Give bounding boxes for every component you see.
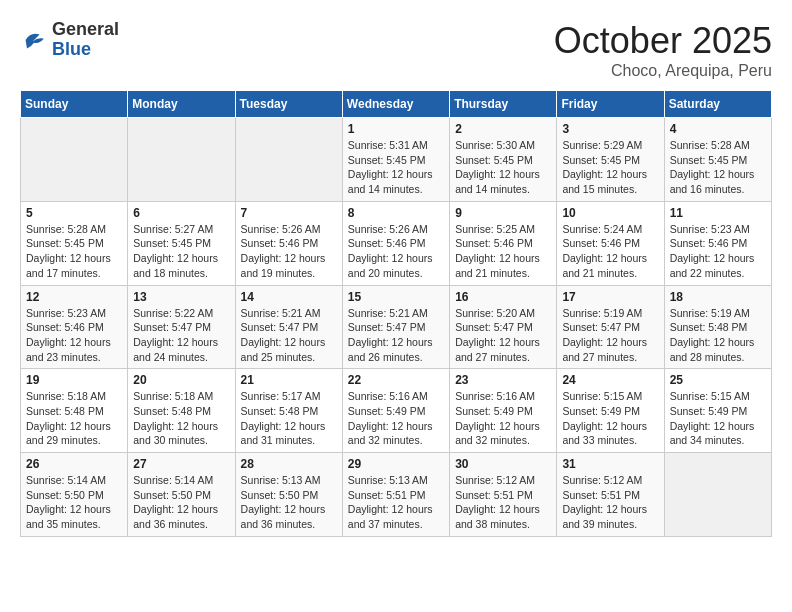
day-info: Sunrise: 5:28 AM Sunset: 5:45 PM Dayligh… (670, 138, 766, 197)
day-info: Sunrise: 5:22 AM Sunset: 5:47 PM Dayligh… (133, 306, 229, 365)
day-info: Sunrise: 5:21 AM Sunset: 5:47 PM Dayligh… (241, 306, 337, 365)
day-info: Sunrise: 5:24 AM Sunset: 5:46 PM Dayligh… (562, 222, 658, 281)
logo-blue: Blue (52, 40, 119, 60)
calendar-cell: 16Sunrise: 5:20 AM Sunset: 5:47 PM Dayli… (450, 285, 557, 369)
calendar-cell: 24Sunrise: 5:15 AM Sunset: 5:49 PM Dayli… (557, 369, 664, 453)
day-number: 7 (241, 206, 337, 220)
calendar-cell: 9Sunrise: 5:25 AM Sunset: 5:46 PM Daylig… (450, 201, 557, 285)
logo: General Blue (20, 20, 119, 60)
day-number: 26 (26, 457, 122, 471)
weekday-header: Sunday (21, 91, 128, 118)
weekday-header-row: SundayMondayTuesdayWednesdayThursdayFrid… (21, 91, 772, 118)
day-number: 6 (133, 206, 229, 220)
day-info: Sunrise: 5:17 AM Sunset: 5:48 PM Dayligh… (241, 389, 337, 448)
day-number: 1 (348, 122, 444, 136)
calendar-cell: 23Sunrise: 5:16 AM Sunset: 5:49 PM Dayli… (450, 369, 557, 453)
day-number: 17 (562, 290, 658, 304)
calendar-week-row: 19Sunrise: 5:18 AM Sunset: 5:48 PM Dayli… (21, 369, 772, 453)
day-info: Sunrise: 5:12 AM Sunset: 5:51 PM Dayligh… (455, 473, 551, 532)
day-info: Sunrise: 5:21 AM Sunset: 5:47 PM Dayligh… (348, 306, 444, 365)
day-info: Sunrise: 5:13 AM Sunset: 5:50 PM Dayligh… (241, 473, 337, 532)
day-number: 16 (455, 290, 551, 304)
weekday-header: Thursday (450, 91, 557, 118)
day-number: 13 (133, 290, 229, 304)
calendar-cell: 4Sunrise: 5:28 AM Sunset: 5:45 PM Daylig… (664, 118, 771, 202)
calendar-cell: 22Sunrise: 5:16 AM Sunset: 5:49 PM Dayli… (342, 369, 449, 453)
day-info: Sunrise: 5:26 AM Sunset: 5:46 PM Dayligh… (241, 222, 337, 281)
day-number: 12 (26, 290, 122, 304)
logo-bird-icon (20, 26, 48, 54)
day-info: Sunrise: 5:29 AM Sunset: 5:45 PM Dayligh… (562, 138, 658, 197)
day-info: Sunrise: 5:19 AM Sunset: 5:47 PM Dayligh… (562, 306, 658, 365)
weekday-header: Wednesday (342, 91, 449, 118)
calendar-cell: 19Sunrise: 5:18 AM Sunset: 5:48 PM Dayli… (21, 369, 128, 453)
day-number: 22 (348, 373, 444, 387)
day-info: Sunrise: 5:16 AM Sunset: 5:49 PM Dayligh… (348, 389, 444, 448)
day-number: 11 (670, 206, 766, 220)
calendar-cell: 1Sunrise: 5:31 AM Sunset: 5:45 PM Daylig… (342, 118, 449, 202)
logo-text: General Blue (52, 20, 119, 60)
calendar-cell: 15Sunrise: 5:21 AM Sunset: 5:47 PM Dayli… (342, 285, 449, 369)
calendar-week-row: 5Sunrise: 5:28 AM Sunset: 5:45 PM Daylig… (21, 201, 772, 285)
calendar-cell: 6Sunrise: 5:27 AM Sunset: 5:45 PM Daylig… (128, 201, 235, 285)
day-number: 19 (26, 373, 122, 387)
day-number: 9 (455, 206, 551, 220)
calendar-cell: 20Sunrise: 5:18 AM Sunset: 5:48 PM Dayli… (128, 369, 235, 453)
weekday-header: Saturday (664, 91, 771, 118)
logo-general: General (52, 20, 119, 40)
day-info: Sunrise: 5:13 AM Sunset: 5:51 PM Dayligh… (348, 473, 444, 532)
calendar-cell: 27Sunrise: 5:14 AM Sunset: 5:50 PM Dayli… (128, 453, 235, 537)
day-info: Sunrise: 5:18 AM Sunset: 5:48 PM Dayligh… (26, 389, 122, 448)
title-block: October 2025 Choco, Arequipa, Peru (554, 20, 772, 80)
day-info: Sunrise: 5:27 AM Sunset: 5:45 PM Dayligh… (133, 222, 229, 281)
day-number: 28 (241, 457, 337, 471)
day-info: Sunrise: 5:23 AM Sunset: 5:46 PM Dayligh… (26, 306, 122, 365)
day-number: 4 (670, 122, 766, 136)
day-info: Sunrise: 5:25 AM Sunset: 5:46 PM Dayligh… (455, 222, 551, 281)
calendar-cell: 26Sunrise: 5:14 AM Sunset: 5:50 PM Dayli… (21, 453, 128, 537)
calendar-cell: 13Sunrise: 5:22 AM Sunset: 5:47 PM Dayli… (128, 285, 235, 369)
day-number: 5 (26, 206, 122, 220)
day-info: Sunrise: 5:28 AM Sunset: 5:45 PM Dayligh… (26, 222, 122, 281)
calendar-cell (21, 118, 128, 202)
day-number: 20 (133, 373, 229, 387)
calendar-title: October 2025 (554, 20, 772, 62)
day-number: 24 (562, 373, 658, 387)
calendar-cell: 18Sunrise: 5:19 AM Sunset: 5:48 PM Dayli… (664, 285, 771, 369)
day-info: Sunrise: 5:31 AM Sunset: 5:45 PM Dayligh… (348, 138, 444, 197)
day-number: 2 (455, 122, 551, 136)
calendar-week-row: 26Sunrise: 5:14 AM Sunset: 5:50 PM Dayli… (21, 453, 772, 537)
calendar-cell: 12Sunrise: 5:23 AM Sunset: 5:46 PM Dayli… (21, 285, 128, 369)
day-number: 29 (348, 457, 444, 471)
day-info: Sunrise: 5:16 AM Sunset: 5:49 PM Dayligh… (455, 389, 551, 448)
day-info: Sunrise: 5:26 AM Sunset: 5:46 PM Dayligh… (348, 222, 444, 281)
calendar-cell: 17Sunrise: 5:19 AM Sunset: 5:47 PM Dayli… (557, 285, 664, 369)
day-info: Sunrise: 5:18 AM Sunset: 5:48 PM Dayligh… (133, 389, 229, 448)
calendar-cell (664, 453, 771, 537)
calendar-cell: 7Sunrise: 5:26 AM Sunset: 5:46 PM Daylig… (235, 201, 342, 285)
calendar-cell: 14Sunrise: 5:21 AM Sunset: 5:47 PM Dayli… (235, 285, 342, 369)
calendar-cell (128, 118, 235, 202)
calendar-cell: 28Sunrise: 5:13 AM Sunset: 5:50 PM Dayli… (235, 453, 342, 537)
calendar-cell: 10Sunrise: 5:24 AM Sunset: 5:46 PM Dayli… (557, 201, 664, 285)
calendar-cell: 21Sunrise: 5:17 AM Sunset: 5:48 PM Dayli… (235, 369, 342, 453)
weekday-header: Monday (128, 91, 235, 118)
day-info: Sunrise: 5:23 AM Sunset: 5:46 PM Dayligh… (670, 222, 766, 281)
day-number: 23 (455, 373, 551, 387)
calendar-cell: 2Sunrise: 5:30 AM Sunset: 5:45 PM Daylig… (450, 118, 557, 202)
day-number: 15 (348, 290, 444, 304)
calendar-week-row: 1Sunrise: 5:31 AM Sunset: 5:45 PM Daylig… (21, 118, 772, 202)
weekday-header: Friday (557, 91, 664, 118)
day-number: 27 (133, 457, 229, 471)
day-info: Sunrise: 5:15 AM Sunset: 5:49 PM Dayligh… (562, 389, 658, 448)
calendar-cell: 3Sunrise: 5:29 AM Sunset: 5:45 PM Daylig… (557, 118, 664, 202)
calendar-subtitle: Choco, Arequipa, Peru (554, 62, 772, 80)
day-info: Sunrise: 5:30 AM Sunset: 5:45 PM Dayligh… (455, 138, 551, 197)
day-number: 21 (241, 373, 337, 387)
day-number: 8 (348, 206, 444, 220)
weekday-header: Tuesday (235, 91, 342, 118)
day-number: 30 (455, 457, 551, 471)
day-number: 10 (562, 206, 658, 220)
day-number: 14 (241, 290, 337, 304)
day-info: Sunrise: 5:14 AM Sunset: 5:50 PM Dayligh… (26, 473, 122, 532)
